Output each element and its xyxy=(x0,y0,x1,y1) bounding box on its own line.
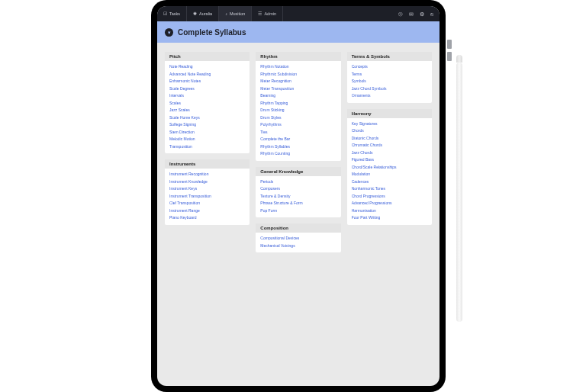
syllabus-link[interactable]: Advanced Progressions xyxy=(352,201,427,206)
syllabus-link[interactable]: Polyrhythms xyxy=(260,122,336,127)
syllabus-link[interactable]: Figured Bass xyxy=(352,157,427,162)
checklist-icon: ☑ xyxy=(163,11,167,16)
syllabus-link[interactable]: Enharmonic Notes xyxy=(169,79,245,84)
syllabus-link[interactable]: Meter Recognition xyxy=(260,79,336,84)
syllabus-link[interactable]: Ornaments xyxy=(352,93,427,98)
syllabus-link[interactable]: Cadences xyxy=(352,179,427,185)
tab-label: Musition xyxy=(230,11,245,16)
tab-label: Tasks xyxy=(169,11,180,16)
syllabus-link[interactable]: Jazz Scales xyxy=(169,108,245,113)
tab-label: Admin xyxy=(264,11,276,16)
syllabus-card: General KnowledgePeriodsComposersTexture… xyxy=(256,167,340,218)
exit-icon[interactable]: ⎋ xyxy=(430,11,433,17)
syllabus-link[interactable]: Jazz Chords xyxy=(352,150,427,156)
syllabus-link[interactable]: Scales xyxy=(169,101,245,106)
note-icon: ♪ xyxy=(225,11,227,16)
syllabus-link[interactable]: Modulation xyxy=(352,172,427,177)
syllabus-link[interactable]: Mechanical Voicings xyxy=(260,243,336,249)
syllabus-card: HarmonyKey SignaturesChordsDiatonic Chor… xyxy=(347,109,432,225)
screen: ☑ Tasks ✺ Auralia ♪ Musition ☰ Admin ⧁ xyxy=(157,6,440,386)
admin-icon: ☰ xyxy=(258,11,262,16)
mail-icon[interactable]: ✉ xyxy=(409,11,414,17)
syllabus-link[interactable]: Rhythm Tapping xyxy=(260,101,336,106)
syllabus-link[interactable]: Concepts xyxy=(352,64,427,69)
syllabus-link[interactable]: Stem Direction xyxy=(169,130,245,135)
card-title: Composition xyxy=(256,223,340,233)
syllabus-link[interactable]: Periods xyxy=(260,179,336,185)
syllabus-link[interactable]: Instrument Knowledge xyxy=(169,179,245,185)
syllabus-link[interactable]: Intervals xyxy=(169,93,245,98)
card-title: Terms & Symbols xyxy=(347,52,432,61)
card-body: Note ReadingAdvanced Note ReadingEnharmo… xyxy=(165,61,250,153)
syllabus-link[interactable]: Meter Transposition xyxy=(260,86,336,92)
tab-auralia[interactable]: ✺ Auralia xyxy=(187,6,219,21)
syllabus-link[interactable]: Rhythm Syllables xyxy=(260,144,336,149)
card-body: PeriodsComposersTexture & DensityPhrase … xyxy=(256,176,340,218)
syllabus-link[interactable]: Scale Home Keys xyxy=(169,115,245,120)
column: RhythmRhythm NotationRhythmic Subdivisio… xyxy=(256,52,340,377)
syllabus-card: InstrumentsInstrument RecognitionInstrum… xyxy=(165,159,250,225)
column: PitchNote ReadingAdvanced Note ReadingEn… xyxy=(165,52,250,377)
column: Terms & SymbolsConceptsTermsSymbolsJazz … xyxy=(347,52,432,377)
syllabus-link[interactable]: Nonharmonic Tones xyxy=(352,186,427,191)
card-title: Pitch xyxy=(165,52,250,61)
syllabus-link[interactable]: Advanced Note Reading xyxy=(169,72,245,77)
syllabus-link[interactable]: Phrase Structure & Form xyxy=(260,201,336,206)
syllabus-link[interactable]: Chords xyxy=(352,128,427,133)
syllabus-link[interactable]: Compositional Devices xyxy=(260,236,336,241)
gear-icon[interactable]: ⚙ xyxy=(420,11,424,17)
syllabus-link[interactable]: Scale Degrees xyxy=(169,86,245,92)
tab-admin[interactable]: ☰ Admin xyxy=(252,6,283,21)
chevron-down-icon[interactable]: ▾ xyxy=(165,28,173,37)
card-body: Instrument RecognitionInstrument Knowled… xyxy=(165,169,250,225)
syllabus-link[interactable]: Clef Transposition xyxy=(169,201,245,206)
syllabus-link[interactable]: Chord/Scale Relationships xyxy=(352,165,427,170)
syllabus-link[interactable]: Rhythm Notation xyxy=(260,64,336,69)
syllabus-link[interactable]: Drum Sticking xyxy=(260,108,336,113)
syllabus-link[interactable]: Jazz Chord Symbols xyxy=(352,86,427,92)
syllabus-link[interactable]: Note Reading xyxy=(169,64,245,69)
syllabus-link[interactable]: Melodic Motion xyxy=(169,137,245,142)
ear-icon: ✺ xyxy=(193,11,197,16)
syllabus-card: Terms & SymbolsConceptsTermsSymbolsJazz … xyxy=(347,52,432,103)
syllabus-link[interactable]: Instrument Recognition xyxy=(169,172,245,177)
card-title: Harmony xyxy=(347,109,432,118)
card-body: Key SignaturesChordsDiatonic ChordsChrom… xyxy=(347,118,432,225)
syllabus-link[interactable]: Piano Keyboard xyxy=(169,215,245,220)
syllabus-link[interactable]: Ties xyxy=(260,130,336,135)
card-body: ConceptsTermsSymbolsJazz Chord SymbolsOr… xyxy=(347,61,432,103)
syllabus-link[interactable]: Terms xyxy=(352,72,427,77)
syllabus-link[interactable]: Instrument Range xyxy=(169,208,245,214)
syllabus-link[interactable]: Beaming xyxy=(260,93,336,98)
syllabus-link[interactable]: Symbols xyxy=(352,79,427,84)
syllabus-link[interactable]: Complete the Bar xyxy=(260,137,336,142)
syllabus-link[interactable]: Drum Styles xyxy=(260,115,336,120)
syllabus-link[interactable]: Rhythmic Subdivision xyxy=(260,72,336,77)
card-title: General Knowledge xyxy=(256,167,340,176)
topbar-tabs: ☑ Tasks ✺ Auralia ♪ Musition ☰ Admin xyxy=(157,6,283,21)
syllabus-link[interactable]: Solfege Signing xyxy=(169,122,245,127)
syllabus-link[interactable]: Composers xyxy=(260,186,336,191)
syllabus-link[interactable]: Four Part Writing xyxy=(352,215,427,220)
syllabus-link[interactable]: Rhythm Counting xyxy=(260,151,336,156)
syllabus-link[interactable]: Instrument Keys xyxy=(169,186,245,191)
syllabus-card: RhythmRhythm NotationRhythmic Subdivisio… xyxy=(256,52,340,161)
chart-icon[interactable]: ⧁ xyxy=(398,11,403,17)
syllabus-link[interactable]: Key Signatures xyxy=(352,121,427,127)
syllabus-card: PitchNote ReadingAdvanced Note ReadingEn… xyxy=(165,52,250,153)
card-body: Compositional DevicesMechanical Voicings xyxy=(256,233,340,252)
syllabus-link[interactable]: Diatonic Chords xyxy=(352,136,427,141)
stylus xyxy=(456,63,462,322)
tab-tasks[interactable]: ☑ Tasks xyxy=(157,6,187,21)
syllabus-link[interactable]: Chord Progressions xyxy=(352,194,427,199)
tablet-side-buttons xyxy=(447,40,452,61)
card-title: Instruments xyxy=(165,159,250,169)
syllabus-link[interactable]: Transposition xyxy=(169,144,245,149)
syllabus-link[interactable]: Harmonisation xyxy=(352,208,427,214)
tab-musition[interactable]: ♪ Musition xyxy=(219,6,252,21)
syllabus-link[interactable]: Chromatic Chords xyxy=(352,143,427,148)
syllabus-link[interactable]: Pop Form xyxy=(260,208,336,214)
syllabus-link[interactable]: Texture & Density xyxy=(260,194,336,199)
syllabus-link[interactable]: Instrument Transposition xyxy=(169,194,245,199)
tab-label: Auralia xyxy=(199,11,212,16)
